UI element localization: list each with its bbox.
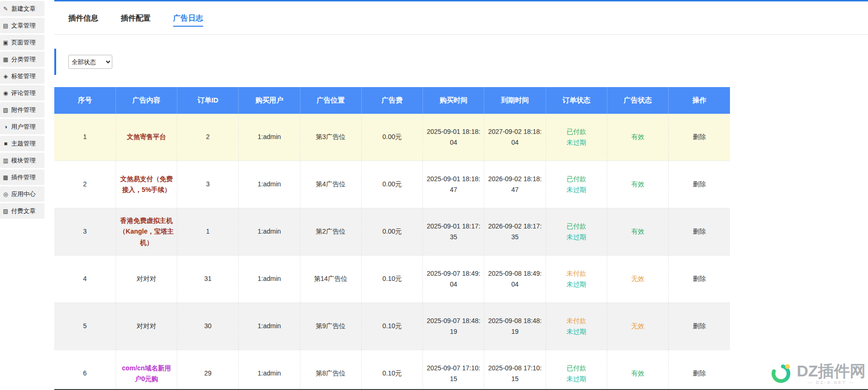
sidebar-item-category-manage[interactable]: ▦分类管理 xyxy=(0,52,44,67)
cell-order-id: 30 xyxy=(177,303,239,350)
tab-plugin-info[interactable]: 插件信息 xyxy=(68,14,98,27)
ad-content-text: 文煞易支付（免费接入，5%手续） xyxy=(120,175,173,193)
cell-order-status: 已付款未过期 xyxy=(546,208,607,256)
user-icon: ◑ xyxy=(2,124,9,130)
column-header: 到期时间 xyxy=(484,87,546,114)
sidebar-item-article-manage[interactable]: ▤文章管理 xyxy=(0,18,44,33)
dz-logo-icon xyxy=(770,362,792,385)
delete-link[interactable]: 删除 xyxy=(693,133,706,140)
cell-order-id: 31 xyxy=(177,256,239,303)
expire-status: 未过期 xyxy=(549,184,604,195)
sidebar-item-plugin-manage[interactable]: ▩插件管理 xyxy=(0,169,44,185)
delete-link[interactable]: 删除 xyxy=(693,322,706,330)
table-row: 3香港免费虚拟主机（Kangle，宝塔主机）11:admin第2广告位0.00元… xyxy=(54,208,730,256)
sidebar-item-new-article[interactable]: ✎新建文章 xyxy=(0,1,44,16)
delete-link[interactable]: 删除 xyxy=(693,180,706,188)
cell-action: 删除 xyxy=(669,208,730,256)
delete-link[interactable]: 删除 xyxy=(693,275,706,282)
column-header: 购买时间 xyxy=(423,87,484,114)
sidebar-item-label: 新建文章 xyxy=(11,5,36,13)
sidebar-item-label: 模块管理 xyxy=(11,156,36,165)
cell-ad-status: 无效 xyxy=(607,256,668,303)
table-body: 1文煞寄售平台21:admin第3广告位0.00元2025-09-01 18:1… xyxy=(54,114,730,390)
cell-expire-time: 2025-09-08 18:49:04 xyxy=(484,256,546,303)
expire-status: 未过期 xyxy=(549,374,604,384)
cell-order-status: 已付款未过期 xyxy=(546,350,607,390)
delete-link[interactable]: 删除 xyxy=(693,369,706,377)
expire-status: 未过期 xyxy=(549,137,604,148)
cell-action: 删除 xyxy=(669,350,730,390)
sidebar-item-user-manage[interactable]: ◑用户管理 xyxy=(0,119,44,134)
cell-fee: 0.00元 xyxy=(361,208,423,256)
sidebar-item-page-manage[interactable]: ▣页面管理 xyxy=(0,35,44,50)
cell-action: 删除 xyxy=(669,161,730,208)
cell-position: 第2广告位 xyxy=(300,208,361,256)
ad-content-text: 对对对 xyxy=(137,275,156,282)
ad-status: 有效 xyxy=(631,180,644,188)
pay-status: 已付款 xyxy=(549,363,604,374)
column-header: 广告内容 xyxy=(116,87,177,114)
site-watermark: DZ插件网 — DZ-X.NET — xyxy=(770,362,866,385)
table-row: 1文煞寄售平台21:admin第3广告位0.00元2025-09-01 18:1… xyxy=(54,114,730,161)
cell-fee: 0.10元 xyxy=(361,303,423,350)
ad-status: 无效 xyxy=(631,322,644,330)
ad-content-text: 香港免费虚拟主机（Kangle，宝塔主机） xyxy=(119,217,174,246)
cell-buyer: 1:admin xyxy=(239,208,300,256)
cell-buy-time: 2025-09-07 18:48:19 xyxy=(423,303,484,350)
ad-log-table: 序号广告内容订单ID购买用户广告位置广告费购买时间到期时间订单状态广告状态操作 … xyxy=(54,87,730,390)
cell-fee: 0.00元 xyxy=(361,114,423,161)
column-header: 购买用户 xyxy=(239,87,300,114)
sidebar-item-label: 插件管理 xyxy=(11,173,36,182)
watermark-text: DZ插件网 xyxy=(797,363,866,379)
cell-position: 第14广告位 xyxy=(300,256,361,303)
sidebar-item-attachment-manage[interactable]: ▧附件管理 xyxy=(0,102,44,118)
pay-status: 未付款 xyxy=(549,268,604,279)
cell-ad-status: 有效 xyxy=(607,114,668,161)
sidebar-item-label: 评论管理 xyxy=(11,89,36,97)
sidebar-item-paid-article[interactable]: ▨付费文章 xyxy=(0,203,44,219)
tab-ad-log[interactable]: 广告日志 xyxy=(173,14,203,27)
app-center-icon: ◎ xyxy=(2,191,9,198)
theme-icon: ■ xyxy=(2,140,9,147)
watermark-subtext: — DZ-X.NET — xyxy=(797,380,866,385)
cell-buyer: 1:admin xyxy=(239,350,300,390)
cell-ad-content: 香港免费虚拟主机（Kangle，宝塔主机） xyxy=(116,208,177,256)
plugin-icon: ▩ xyxy=(2,174,9,181)
cell-buy-time: 2025-09-07 17:10:15 xyxy=(423,350,484,390)
column-header: 操作 xyxy=(669,87,730,114)
cell-buy-time: 2025-09-01 18:18:04 xyxy=(423,114,484,161)
ad-status: 有效 xyxy=(631,228,644,235)
sidebar-item-theme-manage[interactable]: ■主题管理 xyxy=(0,136,44,151)
cell-expire-time: 2026-09-02 18:18:47 xyxy=(484,161,546,208)
sidebar-item-app-center[interactable]: ◎应用中心 xyxy=(0,186,44,202)
sidebar-item-module-manage[interactable]: ▥模块管理 xyxy=(0,153,44,168)
cell-order-id: 2 xyxy=(177,114,239,161)
cell-seq: 5 xyxy=(54,303,116,350)
table-row: 6com/cn域名新用户0元购291:admin第8广告位0.10元2025-0… xyxy=(54,350,730,390)
sidebar-item-label: 用户管理 xyxy=(11,123,36,131)
status-filter-select[interactable]: 全部状态 xyxy=(68,55,112,69)
expire-status: 未过期 xyxy=(549,279,604,290)
cell-buy-time: 2025-09-01 18:18:47 xyxy=(423,161,484,208)
sidebar-item-label: 分类管理 xyxy=(11,55,36,64)
cell-order-status: 已付款未过期 xyxy=(546,114,607,161)
filter-bar: 全部状态 xyxy=(54,49,868,75)
cell-fee: 0.10元 xyxy=(361,256,423,303)
sidebar-item-label: 页面管理 xyxy=(11,38,36,47)
cell-expire-time: 2027-09-02 18:18:04 xyxy=(484,114,546,161)
column-header: 广告状态 xyxy=(607,87,668,114)
column-header: 订单ID xyxy=(177,87,239,114)
sidebar-item-tag-manage[interactable]: ◈标签管理 xyxy=(0,68,44,84)
sidebar-item-label: 应用中心 xyxy=(11,190,36,199)
tab-plugin-config[interactable]: 插件配置 xyxy=(121,14,151,27)
pay-status: 已付款 xyxy=(549,174,604,184)
cell-position: 第3广告位 xyxy=(300,114,361,161)
cell-seq: 1 xyxy=(54,114,116,161)
delete-link[interactable]: 删除 xyxy=(693,228,706,235)
sidebar-item-label: 标签管理 xyxy=(11,72,36,81)
cell-seq: 2 xyxy=(54,161,116,208)
cell-ad-content: 对对对 xyxy=(116,303,177,350)
tab-bar: 插件信息插件配置广告日志 xyxy=(54,1,868,35)
sidebar-item-comment-manage[interactable]: ◉评论管理 xyxy=(0,85,44,101)
edit-icon: ✎ xyxy=(2,6,9,12)
